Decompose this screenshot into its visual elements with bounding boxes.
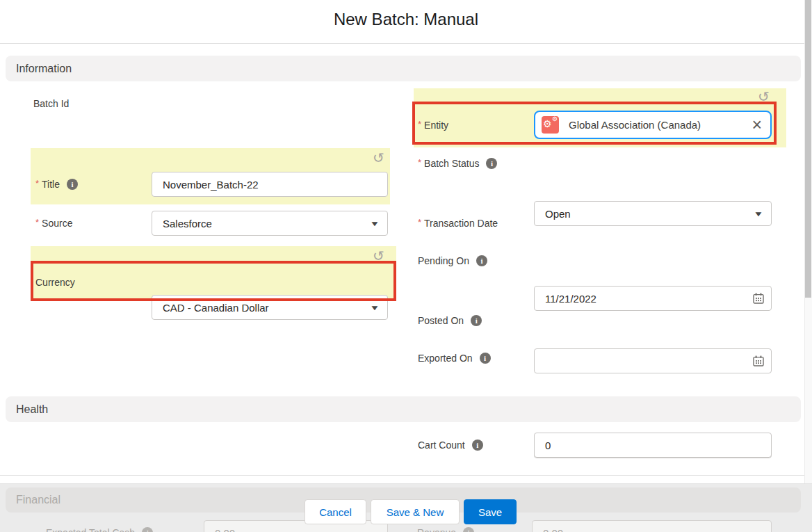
title-label: * Title i: [35, 172, 78, 197]
chevron-down-icon: ▼: [370, 220, 380, 227]
batch-status-value: Open: [545, 208, 571, 220]
undo-icon[interactable]: ↺: [758, 90, 770, 104]
cancel-button[interactable]: Cancel: [304, 499, 366, 524]
posted-on-label: Posted On i: [418, 308, 482, 333]
required-asterisk: *: [418, 157, 421, 168]
title-input[interactable]: [152, 172, 388, 197]
required-asterisk: *: [35, 178, 39, 188]
section-health: Health: [6, 396, 801, 422]
info-icon: i: [142, 527, 153, 532]
required-asterisk: *: [35, 217, 39, 227]
info-icon[interactable]: i: [471, 315, 482, 326]
entity-lookup-pill[interactable]: ⚙ ⚙ Global Association (Canada) ×: [534, 111, 772, 139]
pending-on-label: Pending On i: [418, 248, 487, 273]
undo-icon[interactable]: ↺: [373, 249, 384, 263]
info-icon[interactable]: i: [480, 353, 491, 364]
batch-status-select[interactable]: Open ▼: [534, 201, 772, 226]
save-button[interactable]: Save: [464, 499, 517, 524]
required-asterisk: *: [418, 217, 421, 227]
gear-icon: ⚙: [552, 116, 558, 122]
info-icon[interactable]: i: [476, 255, 487, 266]
source-value: Salesforce: [163, 218, 212, 229]
expected-total-cash-label: Expected Total Cash i: [46, 520, 153, 532]
pending-on-input[interactable]: [534, 348, 772, 373]
calendar-icon[interactable]: [753, 293, 764, 304]
entity-value: Global Association (Canada): [569, 119, 752, 131]
gear-icon: ⚙: [543, 119, 552, 129]
currency-label: Currency: [35, 270, 75, 295]
cart-count-input[interactable]: [534, 433, 772, 458]
transaction-date-field: [534, 286, 772, 311]
modal-title: New Batch: Manual: [0, 10, 812, 29]
save-and-new-button[interactable]: Save & New: [371, 499, 460, 524]
chevron-down-icon: ▼: [754, 210, 764, 218]
transaction-date-label: * Transaction Date: [418, 211, 498, 236]
entity-label: * Entity: [418, 113, 448, 138]
entity-object-icon: ⚙ ⚙: [542, 116, 559, 134]
info-icon[interactable]: i: [67, 179, 78, 190]
scrollbar-thumb[interactable]: [805, 0, 811, 298]
transaction-date-input[interactable]: [534, 286, 772, 311]
source-select[interactable]: Salesforce ▼: [152, 211, 388, 236]
cart-count-label: Cart Count i: [418, 433, 483, 458]
info-icon[interactable]: i: [486, 158, 497, 169]
section-information: Information: [6, 56, 801, 81]
undo-icon[interactable]: ↺: [373, 151, 384, 165]
chevron-down-icon: ▼: [370, 304, 380, 312]
batch-status-label: * Batch Status i: [418, 151, 497, 176]
section-information-label: Information: [16, 63, 72, 75]
currency-value: CAD - Canadian Dollar: [163, 302, 269, 314]
section-health-label: Health: [16, 403, 48, 416]
source-label: * Source: [35, 211, 72, 236]
info-icon[interactable]: i: [472, 440, 483, 451]
new-batch-modal: New Batch: Manual Information Batch Id ↺…: [0, 0, 812, 532]
content-bottom-divider: [0, 475, 812, 476]
pending-on-field: [534, 348, 772, 373]
section-financial-label: Financial: [16, 494, 60, 506]
calendar-icon[interactable]: [753, 355, 764, 366]
currency-select[interactable]: CAD - Canadian Dollar ▼: [152, 295, 388, 320]
exported-on-label: Exported On i: [418, 346, 491, 371]
batch-id-label: Batch Id: [33, 91, 69, 116]
required-asterisk: *: [418, 119, 421, 129]
clear-icon[interactable]: ×: [752, 116, 762, 134]
info-icon: i: [463, 527, 474, 532]
revenue-input: [532, 520, 772, 532]
currency-highlight: [31, 246, 396, 301]
header-divider: [0, 43, 812, 44]
